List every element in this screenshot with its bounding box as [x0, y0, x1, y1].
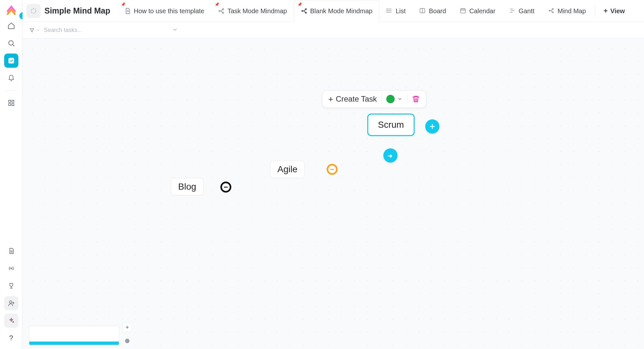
topbar: Simple Mind Map 📌 How to use this templa…: [23, 0, 644, 22]
plus-icon: +: [328, 94, 333, 104]
board-icon: [419, 7, 426, 15]
svg-point-16: [31, 8, 36, 13]
sidebar-item-ai[interactable]: [4, 314, 18, 328]
pin-icon: 📌: [215, 2, 219, 7]
tab-list[interactable]: List: [379, 0, 412, 22]
gantt-icon: [509, 7, 516, 15]
sidebar-item-docs[interactable]: [4, 244, 18, 258]
tab-blank-mode-mindmap[interactable]: 📌 Blank Mode Mindmap: [294, 0, 379, 22]
tab-label: Calendar: [469, 7, 495, 15]
calendar-icon: [460, 7, 467, 15]
mindmap-icon: [301, 7, 308, 15]
minimap-viewport: [29, 342, 119, 345]
main-area: Simple Mind Map 📌 How to use this templa…: [23, 0, 644, 349]
create-task-label: Create Task: [336, 95, 377, 104]
mindmap-node-root[interactable]: Blog: [171, 178, 204, 195]
collapse-node-button[interactable]: −: [220, 182, 231, 193]
sidebar-item-help[interactable]: ?: [4, 331, 18, 345]
tab-calendar[interactable]: Calendar: [453, 0, 502, 22]
minimap[interactable]: [29, 326, 119, 345]
pin-icon: 📌: [121, 2, 126, 7]
sidebar-item-notifications[interactable]: [4, 71, 18, 85]
tab-label: Mind Map: [558, 7, 586, 15]
list-settings-icon[interactable]: [26, 4, 41, 18]
plus-icon: +: [604, 7, 608, 15]
create-task-button[interactable]: + Create Task: [328, 94, 377, 104]
svg-point-10: [11, 268, 12, 269]
node-label: Blog: [178, 182, 196, 192]
divider: [381, 93, 382, 105]
tab-board[interactable]: Board: [412, 0, 453, 22]
svg-point-29: [387, 10, 388, 11]
divider: [595, 6, 595, 16]
node-label: Agile: [277, 164, 297, 174]
filter-bar: [23, 22, 644, 39]
mindmap-canvas[interactable]: Blog − Agile − Scrum + Create Task: [23, 39, 644, 349]
sidebar-item-pulse[interactable]: [4, 261, 18, 275]
zoom-slider-handle[interactable]: [125, 339, 130, 343]
tab-label: Task Mode Mindmap: [227, 7, 287, 15]
tab-label: Gantt: [519, 7, 534, 15]
mindmap-icon: [218, 7, 225, 15]
svg-point-28: [387, 9, 388, 9]
tab-label: Blank Mode Mindmap: [310, 7, 372, 15]
svg-point-30: [387, 12, 388, 13]
pin-icon: 📌: [297, 2, 302, 7]
mindmap-node-agile[interactable]: Agile: [270, 161, 305, 178]
zoom-in-button[interactable]: +: [122, 323, 132, 332]
sidebar-item-goals[interactable]: [4, 279, 18, 293]
divider: [407, 93, 407, 105]
view-tabs: 📌 How to use this template 📌 Task Mode M…: [117, 0, 631, 22]
node-toolbar: + Create Task: [322, 90, 426, 108]
sidebar-item-home[interactable]: [4, 19, 18, 33]
add-view-button[interactable]: + View: [597, 0, 632, 22]
tab-gantt[interactable]: Gantt: [502, 0, 541, 22]
node-label: Scrum: [378, 120, 404, 130]
mindmap-icon: [548, 7, 555, 15]
tab-label: Board: [429, 7, 446, 15]
sidebar-item-search[interactable]: [4, 36, 18, 50]
svg-rect-33: [460, 9, 465, 13]
divider: [6, 90, 16, 91]
nav-rail: ?: [0, 0, 23, 349]
tab-label: How to use this template: [134, 7, 204, 15]
tab-how-to-use[interactable]: 📌 How to use this template: [117, 0, 211, 22]
sidebar-item-invite[interactable]: [4, 296, 18, 310]
delete-node-button[interactable]: [412, 95, 420, 103]
svg-rect-7: [12, 104, 14, 105]
svg-rect-6: [8, 104, 10, 105]
chevron-down-icon[interactable]: [172, 27, 178, 34]
doc-icon: [124, 7, 131, 15]
reparent-node-button[interactable]: [383, 148, 398, 163]
svg-rect-2: [8, 58, 14, 64]
add-view-label: View: [610, 7, 625, 15]
svg-rect-4: [8, 100, 10, 102]
app-logo-icon[interactable]: [5, 4, 17, 15]
list-icon: [386, 7, 393, 15]
chevron-down-icon: [397, 96, 402, 102]
svg-line-1: [13, 45, 14, 46]
svg-point-13: [9, 301, 12, 303]
mindmap-edges: [23, 39, 119, 87]
search-input[interactable]: [43, 26, 120, 34]
collapse-node-button[interactable]: −: [327, 164, 338, 175]
tab-mind-map[interactable]: Mind Map: [541, 0, 593, 22]
tab-label: List: [396, 7, 406, 15]
sidebar-item-apps[interactable]: [4, 96, 18, 110]
mindmap-node-scrum[interactable]: Scrum: [367, 114, 415, 136]
status-picker[interactable]: [386, 95, 402, 103]
svg-rect-5: [12, 100, 14, 102]
filter-icon[interactable]: [29, 27, 40, 33]
sidebar-item-tasks[interactable]: [4, 54, 18, 68]
tab-task-mode-mindmap[interactable]: 📌 Task Mode Mindmap: [211, 0, 294, 22]
status-dot-icon: [386, 95, 395, 103]
add-child-node-button[interactable]: [425, 119, 439, 134]
page-title: Simple Mind Map: [44, 6, 110, 15]
